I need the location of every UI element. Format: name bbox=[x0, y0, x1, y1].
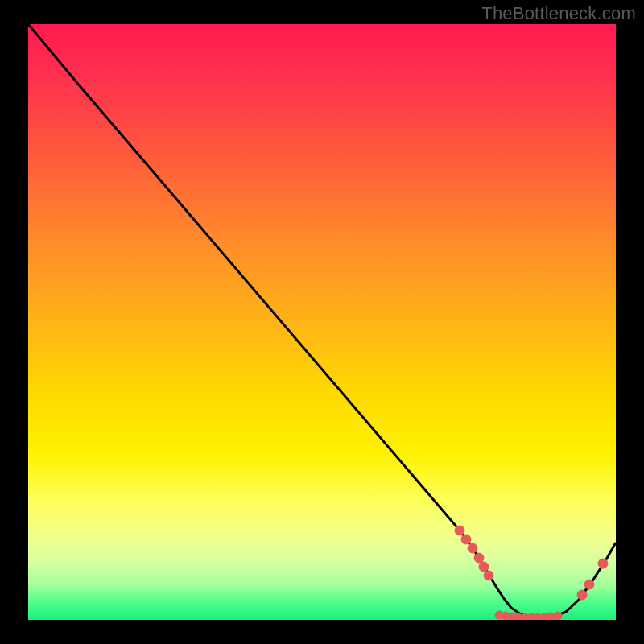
svg-point-3 bbox=[474, 553, 484, 563]
marker-cluster-left bbox=[455, 526, 493, 580]
plot-area bbox=[28, 24, 616, 620]
svg-point-17 bbox=[584, 580, 594, 589]
svg-point-1 bbox=[461, 535, 471, 544]
watermark-text: TheBottleneck.com bbox=[481, 3, 636, 24]
svg-point-15 bbox=[554, 612, 562, 620]
svg-point-14 bbox=[547, 613, 555, 620]
bottleneck-curve bbox=[28, 24, 616, 617]
curve-layer bbox=[28, 24, 616, 620]
svg-point-2 bbox=[468, 543, 477, 553]
marker-cluster-bottom bbox=[495, 611, 562, 620]
svg-point-16 bbox=[577, 590, 587, 600]
svg-point-5 bbox=[484, 571, 493, 580]
chart-frame: TheBottleneck.com bbox=[0, 0, 644, 644]
svg-point-0 bbox=[455, 526, 464, 535]
svg-point-4 bbox=[479, 562, 489, 572]
svg-point-18 bbox=[598, 559, 608, 568]
